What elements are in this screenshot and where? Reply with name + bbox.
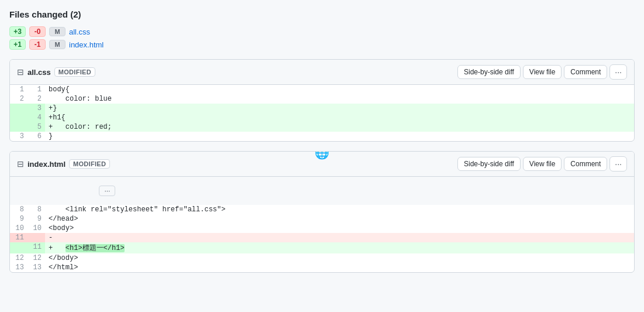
table-row: 13 13 </html>: [10, 263, 634, 272]
new-line-num: 12: [27, 253, 45, 263]
deletions-badge-indexhtml: -1: [29, 39, 46, 50]
file-icon-indexhtml: ⊟: [17, 159, 24, 169]
old-line-num: [10, 177, 27, 205]
new-line-num: 8: [27, 205, 45, 214]
new-line-num: 3: [27, 104, 45, 113]
ellipsis-row: ···: [10, 177, 634, 205]
table-row: 5 + color: red;: [10, 122, 634, 132]
table-row: 11 -: [10, 233, 634, 242]
old-line-num: 8: [10, 205, 27, 214]
new-line-num: 10: [27, 224, 45, 233]
list-item: +3 -0 M all.css: [9, 26, 635, 37]
diff-card-allcss: ⊟ all.css MODIFIED Side-by-side diff Vie…: [9, 59, 635, 142]
old-line-num: 2: [10, 94, 27, 104]
line-code: }: [45, 132, 634, 141]
old-line-num: [10, 113, 27, 122]
table-row: 2 2 color: blue: [10, 94, 634, 104]
file-icon-allcss: ⊟: [17, 67, 24, 77]
modified-badge-allcss: MODIFIED: [54, 67, 95, 77]
new-line-num: 1: [27, 85, 45, 94]
line-code: <link rel="stylesheet" href="all.css">: [45, 205, 634, 214]
new-line-num: 9: [27, 214, 45, 224]
line-code: + color: red;: [45, 122, 634, 132]
more-btn-allcss[interactable]: ···: [609, 64, 627, 80]
comment-btn-allcss[interactable]: Comment: [564, 65, 607, 79]
old-line-num: 13: [10, 263, 27, 272]
line-code: </head>: [45, 214, 634, 224]
old-line-num: 9: [10, 214, 27, 224]
diff-header-actions-allcss: Side-by-side diff View file Comment ···: [457, 64, 627, 80]
table-row: 1 1 body{: [10, 85, 634, 94]
new-line-num: 5: [27, 122, 45, 132]
highlight-added: <h1>標題一</h1>: [66, 244, 125, 252]
table-row: 10 10 <body>: [10, 224, 634, 233]
additions-badge-allcss: +3: [9, 26, 26, 37]
diff-filename-allcss: all.css: [27, 68, 51, 77]
file-link-indexhtml[interactable]: index.html: [69, 40, 104, 49]
type-badge-indexhtml: M: [49, 40, 66, 49]
line-code: </body>: [45, 253, 634, 263]
line-code: + <h1>標題一</h1>: [45, 242, 634, 253]
table-row: 4 +h1{: [10, 113, 634, 122]
old-line-num: 11: [10, 233, 27, 242]
files-changed-title: Files changed (2): [9, 9, 81, 19]
ellipsis-cell: ···: [45, 177, 634, 205]
line-code: +h1{: [45, 113, 634, 122]
new-line-num: 13: [27, 263, 45, 272]
deletions-badge-allcss: -0: [29, 26, 46, 37]
new-line-num: 6: [27, 132, 45, 141]
new-line-num: 4: [27, 113, 45, 122]
view-file-btn-allcss[interactable]: View file: [523, 65, 562, 79]
line-code: color: blue: [45, 94, 634, 104]
diff-card-indexhtml: 🌐 ⊟ index.html MODIFIED Side-by-side dif…: [9, 151, 635, 273]
line-code: body{: [45, 85, 634, 94]
ellipsis-expand-btn[interactable]: ···: [99, 186, 115, 196]
new-line-num: [27, 177, 45, 205]
new-line-num: [27, 233, 45, 242]
diff-table-indexhtml: ··· 8 8 <link rel="stylesheet" href="all…: [10, 177, 634, 272]
file-list: +3 -0 M all.css +1 -1 M index.html: [9, 26, 635, 50]
page-container: Files changed (2) +3 -0 M all.css +1 -1 …: [9, 9, 635, 273]
old-line-num: 12: [10, 253, 27, 263]
translate-icon: 🌐: [315, 151, 329, 159]
additions-badge-indexhtml: +1: [9, 39, 26, 50]
table-row: 3 +}: [10, 104, 634, 113]
modified-badge-indexhtml: MODIFIED: [69, 159, 110, 169]
new-line-num: 11: [27, 242, 45, 253]
table-row: 3 6 }: [10, 132, 634, 141]
translate-icon-wrapper: 🌐: [315, 151, 329, 160]
list-item: +1 -1 M index.html: [9, 39, 635, 50]
files-changed-header: Files changed (2): [9, 9, 635, 19]
more-btn-indexhtml[interactable]: ···: [609, 156, 627, 172]
side-by-side-btn-indexhtml[interactable]: Side-by-side diff: [457, 157, 521, 171]
line-code: -: [45, 233, 634, 242]
line-code: </html>: [45, 263, 634, 272]
old-line-num: [10, 242, 27, 253]
table-row: 11 + <h1>標題一</h1>: [10, 242, 634, 253]
line-code: <body>: [45, 224, 634, 233]
diff-table-allcss: 1 1 body{ 2 2 color: blue 3 +} 4: [10, 85, 634, 141]
side-by-side-btn-allcss[interactable]: Side-by-side diff: [457, 65, 521, 79]
diff-header-left: ⊟ all.css MODIFIED: [17, 67, 453, 77]
old-line-num: 10: [10, 224, 27, 233]
line-code: +}: [45, 104, 634, 113]
comment-btn-indexhtml[interactable]: Comment: [564, 157, 607, 171]
file-link-allcss[interactable]: all.css: [69, 28, 90, 36]
type-badge-allcss: M: [49, 27, 66, 36]
old-line-num: [10, 104, 27, 113]
new-line-num: 2: [27, 94, 45, 104]
diff-header-actions-indexhtml: Side-by-side diff View file Comment ···: [457, 156, 627, 172]
old-line-num: [10, 122, 27, 132]
table-row: 12 12 </body>: [10, 253, 634, 263]
view-file-btn-indexhtml[interactable]: View file: [523, 157, 562, 171]
diff-header-allcss: ⊟ all.css MODIFIED Side-by-side diff Vie…: [10, 60, 634, 85]
table-row: 8 8 <link rel="stylesheet" href="all.css…: [10, 205, 634, 214]
old-line-num: 1: [10, 85, 27, 94]
diff-filename-indexhtml: index.html: [27, 160, 66, 169]
old-line-num: 3: [10, 132, 27, 141]
table-row: 9 9 </head>: [10, 214, 634, 224]
diff-header-left: ⊟ index.html MODIFIED: [17, 159, 453, 169]
